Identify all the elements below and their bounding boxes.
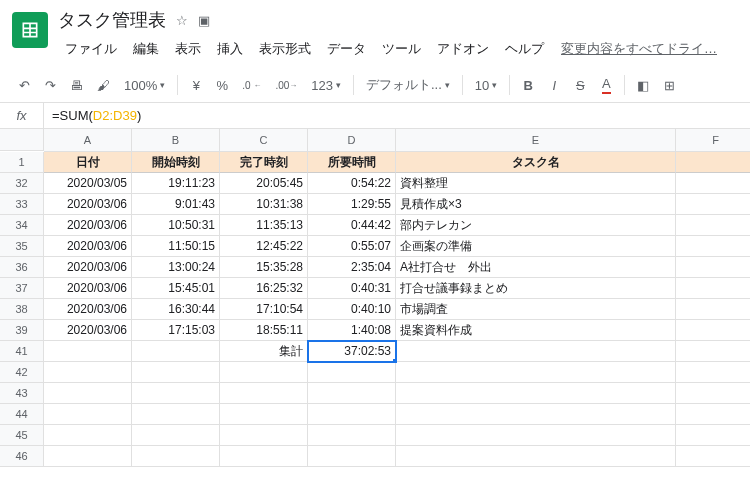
cell-F1[interactable] [676,152,750,173]
cell-F32[interactable] [676,173,750,194]
cell-D35[interactable]: 0:55:07 [308,236,396,257]
cell-C36[interactable]: 15:35:28 [220,257,308,278]
star-icon[interactable]: ☆ [176,13,188,28]
cell-A46[interactable] [44,446,132,467]
select-all-corner[interactable] [0,129,44,151]
cell-D38[interactable]: 0:40:10 [308,299,396,320]
cell-E41[interactable] [396,341,676,362]
cell-C42[interactable] [220,362,308,383]
redo-button[interactable]: ↷ [38,72,62,98]
text-color-button[interactable]: A [594,72,618,98]
italic-button[interactable]: I [542,72,566,98]
cell-C1[interactable]: 完了時刻 [220,152,308,173]
menu-edit[interactable]: 編集 [126,36,166,62]
cell-F34[interactable] [676,215,750,236]
zoom-dropdown[interactable]: 100% [118,72,171,98]
cell-C33[interactable]: 10:31:38 [220,194,308,215]
bold-button[interactable]: B [516,72,540,98]
cell-B44[interactable] [132,404,220,425]
cell-C41[interactable]: 集計 [220,341,308,362]
cell-D32[interactable]: 0:54:22 [308,173,396,194]
strike-button[interactable]: S [568,72,592,98]
cell-E46[interactable] [396,446,676,467]
menu-view[interactable]: 表示 [168,36,208,62]
row-header[interactable]: 44 [0,404,44,425]
doc-title[interactable]: タスク管理表 [58,8,166,32]
cell-F46[interactable] [676,446,750,467]
col-header-C[interactable]: C [220,129,308,151]
cell-A41[interactable] [44,341,132,362]
number-format-dropdown[interactable]: 123 [305,72,347,98]
cell-B35[interactable]: 11:50:15 [132,236,220,257]
borders-button[interactable]: ⊞ [657,72,681,98]
percent-button[interactable]: % [210,72,234,98]
cell-B45[interactable] [132,425,220,446]
cell-A32[interactable]: 2020/03/05 [44,173,132,194]
cell-C35[interactable]: 12:45:22 [220,236,308,257]
row-header[interactable]: 37 [0,278,44,299]
cell-E39[interactable]: 提案資料作成 [396,320,676,341]
cell-A39[interactable]: 2020/03/06 [44,320,132,341]
increase-decimal-button[interactable]: .00→ [269,72,303,98]
cell-B39[interactable]: 17:15:03 [132,320,220,341]
row-header[interactable]: 46 [0,446,44,467]
cell-F44[interactable] [676,404,750,425]
cell-E45[interactable] [396,425,676,446]
cell-A34[interactable]: 2020/03/06 [44,215,132,236]
save-status[interactable]: 変更内容をすべてドライ… [561,40,717,58]
row-header[interactable]: 38 [0,299,44,320]
cell-E36[interactable]: A社打合せ 外出 [396,257,676,278]
cell-D41[interactable]: 37:02:53 [308,341,396,362]
cell-E38[interactable]: 市場調査 [396,299,676,320]
cell-F36[interactable] [676,257,750,278]
currency-button[interactable]: ¥ [184,72,208,98]
cell-C44[interactable] [220,404,308,425]
row-header[interactable]: 45 [0,425,44,446]
cell-F37[interactable] [676,278,750,299]
cell-E43[interactable] [396,383,676,404]
cell-D43[interactable] [308,383,396,404]
font-size-dropdown[interactable]: 10 [469,72,503,98]
menu-help[interactable]: ヘルプ [498,36,551,62]
cell-F35[interactable] [676,236,750,257]
menu-tools[interactable]: ツール [375,36,428,62]
cell-A37[interactable]: 2020/03/06 [44,278,132,299]
cell-B34[interactable]: 10:50:31 [132,215,220,236]
cell-A43[interactable] [44,383,132,404]
cell-C46[interactable] [220,446,308,467]
row-header[interactable]: 1 [0,152,44,173]
font-dropdown[interactable]: デフォルト... [360,72,456,98]
cell-F41[interactable] [676,341,750,362]
print-button[interactable]: 🖶 [64,72,89,98]
cell-C39[interactable]: 18:55:11 [220,320,308,341]
row-header[interactable]: 41 [0,341,44,362]
cell-F45[interactable] [676,425,750,446]
cell-E44[interactable] [396,404,676,425]
cell-D39[interactable]: 1:40:08 [308,320,396,341]
row-header[interactable]: 39 [0,320,44,341]
cell-D34[interactable]: 0:44:42 [308,215,396,236]
cell-F38[interactable] [676,299,750,320]
col-header-D[interactable]: D [308,129,396,151]
row-header[interactable]: 43 [0,383,44,404]
cell-B1[interactable]: 開始時刻 [132,152,220,173]
cell-F33[interactable] [676,194,750,215]
cell-B46[interactable] [132,446,220,467]
cell-E33[interactable]: 見積作成×3 [396,194,676,215]
menu-format[interactable]: 表示形式 [252,36,318,62]
row-header[interactable]: 42 [0,362,44,383]
cell-A36[interactable]: 2020/03/06 [44,257,132,278]
cell-E32[interactable]: 資料整理 [396,173,676,194]
col-header-F[interactable]: F [676,129,750,151]
cell-D44[interactable] [308,404,396,425]
undo-button[interactable]: ↶ [12,72,36,98]
move-icon[interactable]: ▣ [198,13,210,28]
cell-E34[interactable]: 部内テレカン [396,215,676,236]
row-header[interactable]: 32 [0,173,44,194]
cell-D36[interactable]: 2:35:04 [308,257,396,278]
formula-input[interactable]: =SUM(D2:D39) [44,108,750,123]
cell-F39[interactable] [676,320,750,341]
cell-E1[interactable]: タスク名 [396,152,676,173]
cell-A45[interactable] [44,425,132,446]
cell-A38[interactable]: 2020/03/06 [44,299,132,320]
